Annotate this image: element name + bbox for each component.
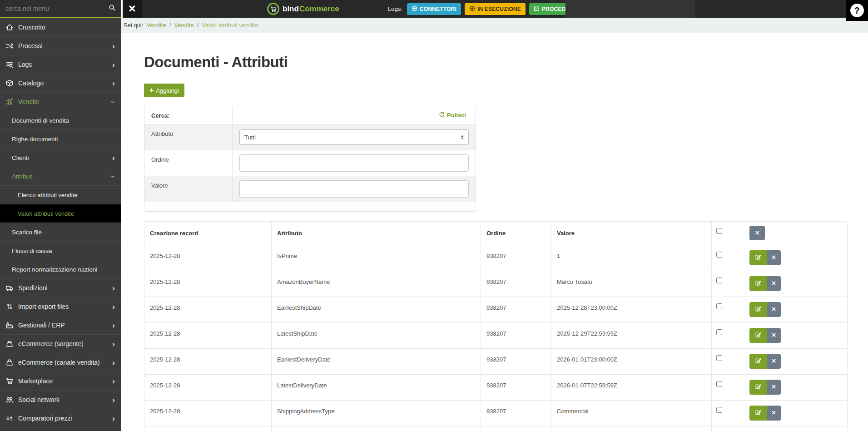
help-button[interactable]: ? [846,0,868,21]
sidebar-item-label: Attributi [12,173,33,180]
clear-filters-button[interactable]: Pulisci [439,112,469,119]
cell-ordine: 938207 [481,271,551,297]
sidebar-item-social-network[interactable]: Social network› [0,390,121,409]
x-icon [771,306,776,313]
attributo-select[interactable]: Tutti ▲▼ [239,129,469,145]
edit-button[interactable] [749,276,767,291]
add-button[interactable]: + Aggiungi [144,84,184,97]
attributo-label: Attributo [144,124,233,150]
cell-attributo: ShippingAddressType [272,401,481,426]
sidebar-item-report-normalizzazione-nazioni[interactable]: Report normalizzazione nazioni [0,260,121,278]
sidebar-item-label: Clienti [12,154,29,161]
sidebar-item-catalogo[interactable]: Catalogo› [0,74,121,92]
delete-button[interactable] [767,276,781,291]
select-arrows-icon: ▲▼ [461,134,464,139]
row-checkbox[interactable] [716,329,722,335]
delete-button[interactable] [767,406,781,421]
cell-creazione: 2025-12-28 [144,245,272,271]
sidebar-item-label: Report normalizzazione nazioni [12,266,97,273]
connettori-button[interactable]: CONNETTORI [407,3,461,15]
row-checkbox[interactable] [716,303,722,309]
delete-button[interactable] [767,380,781,395]
cart-logo-icon [267,3,279,15]
table-row: 2025-12-28LatestShipDate9382072025-12-29… [144,323,848,349]
pencil-square-icon [755,357,761,365]
in-esecuzione-button[interactable]: IN ESECUZIONE [465,3,526,15]
col-header-creazione: Creazione record [144,222,272,245]
cell-creazione [144,426,272,431]
row-checkbox[interactable] [716,277,722,283]
x-icon [771,358,776,365]
compare-icon [6,415,14,422]
col-header-ordine: Ordine [481,222,551,245]
sidebar-item-elenco-attributi-vendite[interactable]: Elenco attributi vendite [0,185,121,204]
cell-valore: Marco Tosato [551,271,712,297]
breadcrumb-link-vendite-2[interactable]: Vendite [174,22,193,29]
list-search-icon [6,61,14,68]
sidebar-item-valori-attributi-vendite[interactable]: Valori attributi vendite [0,204,121,223]
delete-selected-button[interactable] [749,226,765,240]
pencil-square-icon [755,254,761,262]
valore-input[interactable] [239,180,469,198]
sidebar-item-vendite[interactable]: Vendite› [0,92,121,111]
sidebar-item-label: Import export files [18,303,69,310]
sidebar-item-processi[interactable]: Processi› [0,36,121,55]
edit-button[interactable] [749,302,767,317]
sidebar-item-attributi[interactable]: Attributi› [0,167,121,185]
menu-search-input[interactable] [5,5,106,12]
sidebar-item-gestionali-erp[interactable]: Gestionali / ERP› [0,316,121,334]
sidebar-item-cruscotto[interactable]: Cruscotto [0,18,121,36]
sidebar-item-spedizioni[interactable]: Spedizioni› [0,278,121,297]
pencil-square-icon [755,409,761,417]
refresh-icon [439,112,445,119]
sidebar-item-label: Marketplace [18,377,53,385]
row-checkbox[interactable] [716,252,722,258]
delete-button[interactable] [767,328,781,343]
delete-button[interactable] [767,302,781,317]
sidebar-item-marketplace[interactable]: Marketplace› [0,372,121,390]
x-icon [771,254,776,261]
truck-icon [6,284,14,292]
breadcrumb-link-vendite-1[interactable]: Vendite [146,22,166,29]
collapse-menu-button[interactable]: × [123,0,142,18]
factory-icon [6,322,14,329]
cell-creazione: 2025-12-28 [144,401,272,426]
search-icon[interactable] [109,4,115,13]
chevron-right-icon: › [112,396,115,404]
select-all-checkbox[interactable] [716,228,722,234]
delete-button[interactable] [767,250,781,265]
edit-button[interactable] [749,380,767,395]
cell-valore [551,426,712,431]
sidebar-item-documenti-di-vendita[interactable]: Documenti di vendita [0,111,121,129]
brand-logo[interactable]: bind Commerce [267,0,339,18]
users-icon [6,396,14,403]
edit-button[interactable] [749,354,767,369]
logs-toolbar: Logs: CONNETTORI IN ESECUZIONE PROCEDURE [388,0,582,18]
sidebar-item-clienti[interactable]: Clienti› [0,148,121,167]
sidebar-item-logs[interactable]: Logs› [0,55,121,74]
sidebar-item-scarico-file[interactable]: Scarico file [0,223,121,241]
plus-icon: + [149,87,154,94]
chevron-down-icon: › [110,100,118,103]
ordine-input[interactable] [239,154,469,172]
cell-attributo: EarliestDeliveryDate [272,349,481,375]
cell-attributo: AmazonBuyerName [272,271,481,297]
row-checkbox[interactable] [716,407,722,413]
box-icon [6,79,14,87]
filter-panel-footer [144,202,476,211]
sidebar-item-righe-documenti[interactable]: Righe documenti [0,129,121,148]
row-checkbox[interactable] [716,381,722,387]
edit-button[interactable] [749,250,767,265]
sidebar-item-comparatori-prezzi[interactable]: Comparatori prezzi› [0,409,121,427]
page-title: Documenti - Attributi [144,54,868,71]
sidebar-item-ecommerce-sorgente[interactable]: eCommerce (sorgente)› [0,334,121,353]
sidebar-item-ecommerce-canale-vendita[interactable]: eCommerce (canale vendita)› [0,353,121,372]
edit-button[interactable] [749,328,767,343]
delete-button[interactable] [767,354,781,369]
row-checkbox[interactable] [716,355,722,361]
sidebar-item-label: Logs [18,61,32,68]
sidebar-item-import-export-files[interactable]: Import export files› [0,297,121,316]
edit-button[interactable] [749,406,767,421]
cell-ordine: 938207 [481,375,551,401]
sidebar-item-flussi-di-cassa[interactable]: Flussi di cassa [0,241,121,260]
